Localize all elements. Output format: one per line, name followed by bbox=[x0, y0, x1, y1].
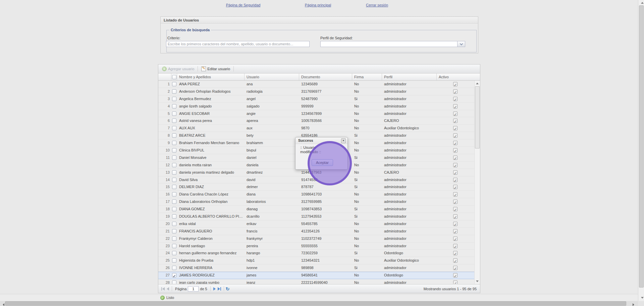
row-checkbox[interactable] bbox=[172, 148, 176, 152]
row-checkbox-cell[interactable] bbox=[171, 162, 177, 169]
table-row[interactable]: 27JAMES RODRIGUEZjames94586541NoOdontólo… bbox=[158, 272, 480, 279]
row-checkbox[interactable] bbox=[172, 82, 176, 86]
row-checkbox-cell[interactable] bbox=[171, 125, 177, 132]
row-checkbox[interactable] bbox=[172, 126, 176, 130]
row-checkbox-cell[interactable] bbox=[171, 117, 177, 124]
row-checkbox[interactable] bbox=[172, 192, 176, 196]
table-row[interactable]: 28jean carlo zapata yumbojeanz2222114599… bbox=[158, 279, 480, 284]
table-row[interactable]: 26IVONNE HERRERAivonne989898Siadministra… bbox=[158, 264, 480, 272]
row-checkbox[interactable] bbox=[172, 89, 176, 94]
row-checkbox[interactable] bbox=[172, 170, 176, 175]
row-checkbox-cell[interactable] bbox=[171, 103, 177, 110]
row-checkbox-cell[interactable] bbox=[171, 250, 177, 257]
grid-vertical-scrollbar[interactable] bbox=[474, 81, 480, 284]
row-checkbox[interactable] bbox=[172, 200, 176, 204]
row-checkbox-cell[interactable] bbox=[171, 139, 177, 146]
perfil-seguridad-input[interactable] bbox=[320, 41, 458, 47]
row-checkbox-cell[interactable] bbox=[171, 81, 177, 88]
nav-link-main-page[interactable]: Página principal bbox=[305, 3, 331, 7]
header-firma[interactable]: Firma bbox=[352, 74, 382, 80]
page-vertical-scrollbar[interactable] bbox=[638, 0, 644, 301]
table-row[interactable]: 16Diana Carolina Chacón Lópezdiana109864… bbox=[158, 191, 480, 198]
row-checkbox[interactable] bbox=[172, 251, 176, 255]
scroll-up-icon[interactable] bbox=[475, 81, 480, 86]
table-row[interactable]: 7AUX AUXaux9870NoAuxiliar Odontologico bbox=[158, 125, 480, 132]
page-scroll-right-icon[interactable] bbox=[631, 302, 636, 306]
row-checkbox-cell[interactable] bbox=[171, 272, 177, 279]
row-checkbox-cell[interactable] bbox=[171, 169, 177, 176]
row-checkbox-cell[interactable] bbox=[171, 132, 177, 139]
row-checkbox[interactable] bbox=[172, 185, 176, 189]
combo-dropdown-button[interactable] bbox=[458, 41, 465, 47]
row-checkbox-cell[interactable] bbox=[171, 264, 177, 271]
row-checkbox[interactable] bbox=[172, 236, 176, 241]
row-checkbox[interactable] bbox=[172, 214, 176, 219]
row-checkbox-cell[interactable] bbox=[171, 110, 177, 117]
row-checkbox[interactable] bbox=[172, 229, 176, 233]
refresh-icon[interactable]: ↻ bbox=[226, 287, 230, 291]
table-row[interactable]: 17Diana Laboratorios Orthoplanlaboratori… bbox=[158, 198, 480, 206]
row-checkbox-cell[interactable] bbox=[171, 228, 177, 235]
row-checkbox[interactable] bbox=[172, 266, 176, 270]
page-scroll-down-icon[interactable] bbox=[640, 295, 644, 300]
page-number-input[interactable] bbox=[188, 286, 199, 292]
table-row[interactable]: 5ANGIE ESCOBARangie1234567899Noadministr… bbox=[158, 110, 480, 118]
last-page-button[interactable] bbox=[217, 286, 222, 292]
nav-link-logout[interactable]: Cerrar sesión bbox=[366, 3, 388, 7]
row-checkbox-cell[interactable] bbox=[171, 88, 177, 95]
row-checkbox[interactable] bbox=[172, 163, 176, 167]
row-checkbox[interactable] bbox=[172, 273, 176, 277]
nav-link-security-page[interactable]: Página de Seguridad bbox=[226, 3, 261, 7]
next-page-button[interactable] bbox=[212, 286, 217, 292]
table-row[interactable]: 20erika vidalerikav55455785Noadministrad… bbox=[158, 220, 480, 228]
row-checkbox[interactable] bbox=[172, 156, 176, 160]
row-checkbox-cell[interactable] bbox=[171, 220, 177, 227]
row-checkbox[interactable] bbox=[172, 222, 176, 226]
criterio-input[interactable] bbox=[166, 41, 310, 47]
first-page-button[interactable] bbox=[160, 286, 166, 292]
header-select-all[interactable] bbox=[171, 74, 177, 80]
row-checkbox-cell[interactable] bbox=[171, 95, 177, 102]
row-checkbox-cell[interactable] bbox=[171, 154, 177, 161]
table-row[interactable]: 4angie lizeth salgadosalgado999999Noadmi… bbox=[158, 103, 480, 110]
row-checkbox[interactable] bbox=[172, 244, 176, 248]
row-checkbox[interactable] bbox=[172, 207, 176, 211]
table-row[interactable]: 21FRANCIS AGUEROfrancis412354126Noadmini… bbox=[158, 228, 480, 235]
row-checkbox-cell[interactable] bbox=[171, 198, 177, 205]
grid-scrollbar-thumb[interactable] bbox=[475, 86, 480, 148]
page-horizontal-scrollbar[interactable] bbox=[0, 301, 638, 306]
table-row[interactable]: 19DOUGLAS ALBERTO CARRILLO PINZ...dcarri… bbox=[158, 213, 480, 220]
row-checkbox[interactable] bbox=[172, 97, 176, 101]
row-checkbox-cell[interactable] bbox=[171, 235, 177, 242]
header-perfil[interactable]: Perfil bbox=[382, 74, 437, 80]
row-checkbox-cell[interactable] bbox=[171, 176, 177, 183]
row-checkbox-cell[interactable] bbox=[171, 279, 177, 284]
table-row[interactable]: 3Angelica Bermudezangel52487990Siadminis… bbox=[158, 95, 480, 103]
table-row[interactable]: 18DIANA GOMEZdianag1098743853Siadministr… bbox=[158, 206, 480, 213]
row-checkbox-cell[interactable] bbox=[171, 206, 177, 213]
header-activo[interactable]: Activo bbox=[437, 74, 474, 80]
close-icon[interactable]: ✕ bbox=[341, 138, 346, 143]
row-checkbox-cell[interactable] bbox=[171, 243, 177, 250]
table-row[interactable]: 2Anderson Orhoplan Radiologosradiologia3… bbox=[158, 88, 480, 95]
table-row[interactable]: 23Harold santiagopereira55555555Noadmini… bbox=[158, 243, 480, 250]
page-vscroll-thumb[interactable] bbox=[639, 5, 644, 288]
add-user-button[interactable]: + Agregar usuario bbox=[160, 66, 196, 72]
edit-user-button[interactable]: Editar usuario bbox=[200, 66, 232, 72]
row-checkbox[interactable] bbox=[172, 141, 176, 145]
prev-page-button[interactable] bbox=[166, 286, 170, 292]
row-checkbox[interactable] bbox=[172, 280, 176, 284]
table-row[interactable]: 15DELMER DIAZdelmer878787Siadministrador bbox=[158, 183, 480, 191]
table-row[interactable]: 22Frankymyr Calderonfrankymyr1102372749N… bbox=[158, 235, 480, 243]
table-row[interactable]: 1ANA PEREZana12345689Noadministrador bbox=[158, 81, 480, 88]
page-scroll-up-icon[interactable] bbox=[640, 0, 644, 5]
row-checkbox-cell[interactable] bbox=[171, 213, 177, 220]
row-checkbox[interactable] bbox=[172, 133, 176, 138]
row-checkbox[interactable] bbox=[172, 178, 176, 182]
row-checkbox-cell[interactable] bbox=[171, 257, 177, 264]
row-checkbox-cell[interactable] bbox=[171, 191, 177, 198]
scroll-down-icon[interactable] bbox=[475, 278, 480, 284]
row-checkbox[interactable] bbox=[172, 258, 176, 263]
table-row[interactable]: 6Astrid vanesa pereaaperea1005783566NoCA… bbox=[158, 117, 480, 125]
row-checkbox-cell[interactable] bbox=[171, 183, 177, 190]
